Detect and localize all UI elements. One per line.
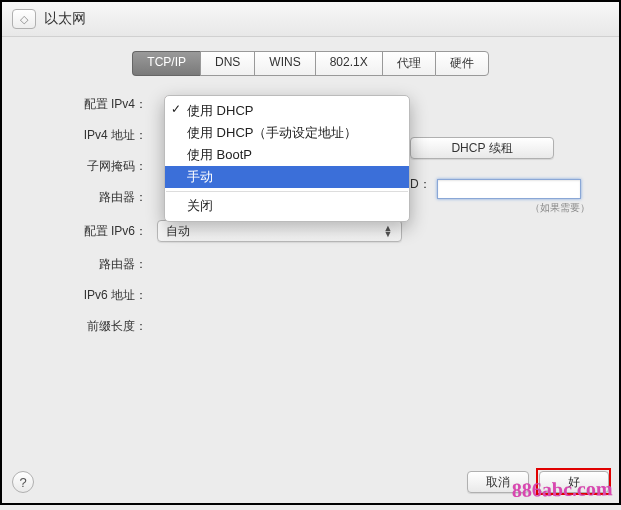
updown-icon — [381, 225, 395, 237]
ipv6-select-value: 自动 — [166, 223, 190, 240]
dropdown-item-bootp[interactable]: 使用 BootP — [165, 144, 409, 166]
label-subnet-mask: 子网掩码： — [22, 158, 157, 175]
cancel-button[interactable]: 取消 — [467, 471, 529, 493]
dropdown-separator — [166, 191, 408, 192]
dropdown-item-dhcp[interactable]: 使用 DHCP — [165, 100, 409, 122]
client-id-input[interactable] — [437, 179, 581, 199]
label-router-ipv6: 路由器： — [22, 256, 157, 273]
tab-hardware[interactable]: 硬件 — [435, 51, 489, 76]
tab-wins[interactable]: WINS — [254, 51, 314, 76]
tab-bar: TCP/IP DNS WINS 802.1X 代理 硬件 — [2, 51, 619, 76]
client-id-hint: （如果需要） — [410, 201, 590, 215]
window-title: 以太网 — [44, 10, 86, 28]
dropdown-item-off[interactable]: 关闭 — [165, 195, 409, 217]
dropdown-item-manual[interactable]: 手动 — [165, 166, 409, 188]
label-ipv6-address: IPv6 地址： — [22, 287, 157, 304]
tab-dns[interactable]: DNS — [200, 51, 254, 76]
label-router: 路由器： — [22, 189, 157, 206]
label-prefix-length: 前缀长度： — [22, 318, 157, 335]
label-config-ipv6: 配置 IPv6： — [22, 223, 157, 240]
ipv4-config-dropdown: 使用 DHCP 使用 DHCP（手动设定地址） 使用 BootP 手动 关闭 — [164, 95, 410, 222]
label-ipv4-address: IPv4 地址： — [22, 127, 157, 144]
ok-button[interactable]: 好 — [539, 471, 609, 493]
ipv6-select[interactable]: 自动 — [157, 220, 402, 242]
dropdown-item-dhcp-manual[interactable]: 使用 DHCP（手动设定地址） — [165, 122, 409, 144]
label-config-ipv4: 配置 IPv4： — [22, 96, 157, 113]
tab-8021x[interactable]: 802.1X — [315, 51, 382, 76]
client-id-label: D： — [410, 176, 431, 193]
tab-tcpip[interactable]: TCP/IP — [132, 51, 200, 76]
back-icon[interactable]: ◇ — [12, 9, 36, 29]
tab-proxy[interactable]: 代理 — [382, 51, 435, 76]
help-icon[interactable]: ? — [12, 471, 34, 493]
dhcp-renew-button[interactable]: DHCP 续租 — [410, 137, 554, 159]
